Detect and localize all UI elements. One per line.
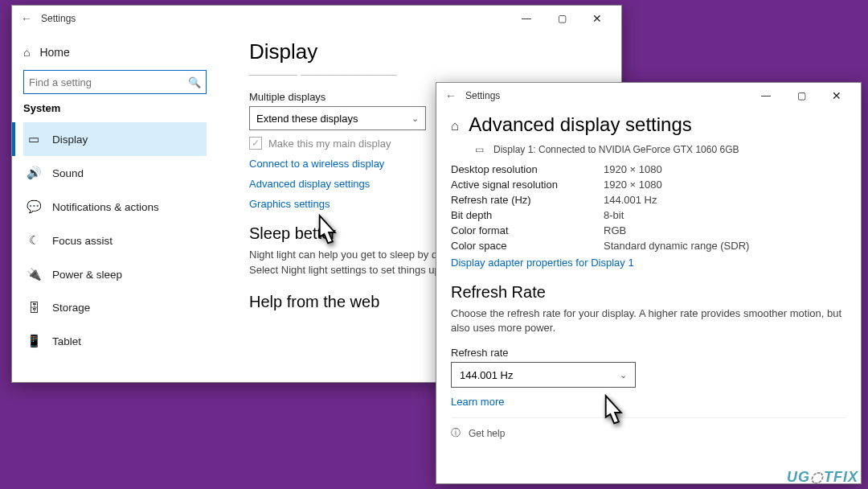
select-value: Extend these displays	[256, 113, 358, 125]
kv-value: 144.001 Hz	[604, 194, 657, 206]
refresh-rate-heading: Refresh Rate	[451, 283, 846, 302]
settings-window-advanced-display: ← Settings — ▢ ✕ ⌂ Advanced display sett…	[436, 82, 862, 484]
kv-key: Color space	[451, 240, 604, 252]
kv-value: 1920 × 1080	[604, 179, 662, 191]
kv-key: Desktop resolution	[451, 163, 604, 175]
page-title: Advanced display settings	[469, 113, 692, 136]
checkbox-icon[interactable]: ✓	[249, 137, 262, 150]
home-button[interactable]: ⌂ Home	[23, 39, 207, 65]
help-icon: ⓘ	[451, 426, 461, 440]
sidebar-item-sound[interactable]: 🔊Sound	[23, 156, 207, 190]
refresh-rate-select[interactable]: 144.001 Hz ⌄	[451, 362, 636, 388]
sound-icon: 🔊	[27, 166, 41, 180]
titlebar[interactable]: ← Settings — ▢ ✕	[436, 83, 861, 109]
get-help-label: Get help	[469, 428, 505, 439]
sidebar-item-focus-assist[interactable]: ☾Focus assist	[23, 224, 207, 257]
back-icon[interactable]: ←	[18, 12, 35, 25]
link-learn-more[interactable]: Learn more	[451, 396, 846, 408]
chevron-down-icon: ⌄	[620, 370, 627, 380]
cutoff-text: ———— ————————	[249, 68, 605, 80]
watermark: UG◌TFIX	[787, 468, 858, 486]
sidebar-item-label: Notifications & actions	[52, 201, 159, 213]
sidebar-item-notifications[interactable]: 💬Notifications & actions	[23, 190, 207, 224]
maximize-button[interactable]: ▢	[544, 7, 579, 30]
refresh-rate-desc: Choose the refresh rate for your display…	[451, 306, 846, 335]
link-adapter-properties[interactable]: Display adapter properties for Display 1	[451, 257, 846, 269]
kv-value: RGB	[604, 224, 626, 236]
connected-text: Display 1: Connected to NVIDIA GeForce G…	[493, 144, 739, 155]
sidebar-item-label: Power & sleep	[52, 269, 122, 281]
maximize-button[interactable]: ▢	[784, 84, 819, 107]
page-title: Display	[249, 39, 605, 64]
minimize-button[interactable]: —	[748, 84, 784, 107]
home-icon[interactable]: ⌂	[451, 118, 459, 134]
advanced-panel: ⌂ Advanced display settings ▭ Display 1:…	[436, 109, 861, 456]
checkbox-label: Make this my main display	[268, 138, 391, 150]
sidebar-nav: ▭Display 🔊Sound 💬Notifications & actions…	[23, 122, 207, 358]
sidebar-item-label: Display	[52, 134, 88, 146]
sidebar-item-display[interactable]: ▭Display	[23, 122, 207, 156]
home-icon: ⌂	[23, 46, 30, 59]
kv-key: Bit depth	[451, 209, 604, 221]
refresh-rate-label: Refresh rate	[451, 347, 846, 359]
search-input[interactable]: 🔍	[23, 70, 207, 94]
storage-icon: 🗄	[27, 301, 41, 314]
sidebar-item-label: Focus assist	[52, 235, 113, 247]
kv-key: Refresh rate (Hz)	[451, 194, 604, 206]
home-label: Home	[39, 46, 69, 59]
window-controls: — ▢ ✕	[509, 7, 615, 30]
window-controls: — ▢ ✕	[748, 84, 854, 107]
select-value: 144.001 Hz	[460, 369, 514, 381]
kv-value: 1920 × 1080	[604, 163, 662, 175]
kv-key: Active signal resolution	[451, 179, 604, 191]
sidebar-item-tablet[interactable]: 📱Tablet	[23, 324, 207, 358]
minimize-button[interactable]: —	[509, 7, 544, 30]
kv-value: 8-bit	[604, 209, 624, 221]
get-help-bar[interactable]: ⓘ Get help	[451, 417, 846, 448]
power-icon: 🔌	[27, 267, 41, 281]
sidebar: ⌂ Home 🔍 System ▭Display 🔊Sound 💬Notific…	[12, 33, 213, 382]
sidebar-item-label: Tablet	[52, 335, 81, 347]
kv-key: Color format	[451, 224, 604, 236]
sidebar-item-label: Storage	[52, 302, 90, 314]
window-title: Settings	[465, 90, 748, 101]
chevron-down-icon: ⌄	[411, 113, 419, 124]
window-title: Settings	[41, 13, 509, 24]
sidebar-item-label: Sound	[52, 167, 84, 179]
search-icon: 🔍	[188, 76, 201, 88]
display-icon: ▭	[27, 132, 41, 146]
monitor-icon: ▭	[475, 144, 484, 155]
tablet-icon: 📱	[27, 334, 41, 348]
multi-displays-select[interactable]: Extend these displays ⌄	[249, 106, 426, 130]
close-button[interactable]: ✕	[819, 84, 854, 107]
kv-value: Standard dynamic range (SDR)	[604, 240, 749, 252]
sidebar-item-power[interactable]: 🔌Power & sleep	[23, 257, 207, 291]
notifications-icon: 💬	[27, 199, 41, 214]
close-button[interactable]: ✕	[579, 7, 615, 30]
titlebar[interactable]: ← Settings — ▢ ✕	[12, 6, 621, 31]
search-field[interactable]	[29, 76, 188, 88]
section-label: System	[23, 102, 207, 114]
back-icon[interactable]: ←	[443, 89, 459, 102]
focus-icon: ☾	[27, 233, 41, 248]
sidebar-item-storage[interactable]: 🗄Storage	[23, 291, 207, 324]
